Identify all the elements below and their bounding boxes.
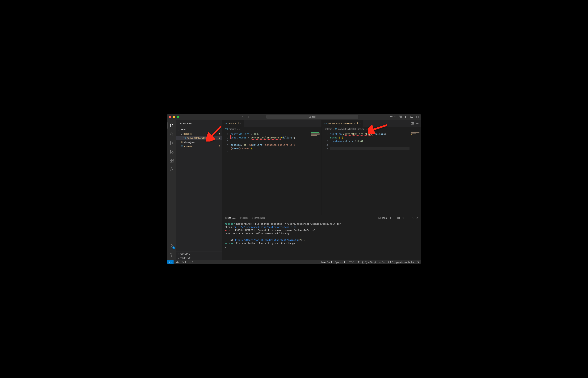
explorer-view-button[interactable] bbox=[167, 122, 176, 129]
language-mode[interactable]: { } TypeScript bbox=[362, 261, 376, 264]
settings-button[interactable] bbox=[167, 251, 176, 259]
close-icon[interactable]: × bbox=[359, 122, 361, 125]
svg-rect-6 bbox=[401, 117, 402, 118]
breadcrumb-item: main.ts bbox=[229, 128, 236, 130]
nav-forward-icon[interactable] bbox=[247, 115, 250, 118]
code-lines[interactable]: const dollars = 100;const euros = conver… bbox=[231, 131, 310, 215]
encoding[interactable]: UTF-8 bbox=[348, 261, 354, 264]
breadcrumb-item: helpers bbox=[325, 128, 332, 130]
tab-convert-dollars[interactable]: TS convertDollarsToEuros.ts 1 × bbox=[322, 120, 363, 127]
split-editor-icon[interactable] bbox=[411, 122, 414, 125]
chevron-right-icon: › bbox=[178, 257, 180, 259]
breadcrumb-right[interactable]: helpers › TS convertDollarsToEuros.ts › … bbox=[322, 127, 421, 131]
file-convert-dollars[interactable]: TS convertDollarsToEuros.ts 1 bbox=[176, 136, 222, 140]
terminal-selector[interactable]: deno bbox=[378, 217, 387, 219]
copilot-icon bbox=[379, 261, 381, 264]
bell-icon[interactable] bbox=[416, 261, 419, 264]
terminal-output[interactable]: Watcher Restarting! File change detected… bbox=[222, 221, 421, 260]
panel-bottom-icon[interactable] bbox=[410, 115, 413, 119]
activity-bar: 1 bbox=[167, 120, 176, 260]
terminal-icon bbox=[378, 217, 381, 219]
tab-modified-count: 1 bbox=[357, 122, 358, 125]
bottom-panel: TERMINAL PORTS COMMENTS deno ⋯ bbox=[222, 215, 421, 260]
nav-back-icon[interactable] bbox=[242, 115, 244, 118]
outline-label: OUTLINE bbox=[180, 253, 190, 255]
chevron-up-icon[interactable] bbox=[411, 217, 414, 219]
deno-status[interactable]: Deno 2.1.6 (Upgrade available) bbox=[379, 261, 414, 264]
close-icon[interactable]: × bbox=[240, 122, 242, 125]
editor-split: TS main.ts 1 × ⋯ TS main.ts › bbox=[222, 120, 421, 215]
chevron-down-icon[interactable] bbox=[393, 217, 395, 219]
panel-right-icon[interactable] bbox=[416, 115, 419, 119]
panel-left-icon[interactable] bbox=[404, 115, 408, 119]
file-main-ts[interactable]: TS main.ts 1 bbox=[176, 144, 222, 148]
svg-rect-3 bbox=[399, 116, 400, 117]
timeline-section[interactable]: › TIMELINE bbox=[176, 256, 222, 260]
panel-tab-ports[interactable]: PORTS bbox=[240, 215, 248, 221]
breadcrumb-left[interactable]: TS main.ts › ... bbox=[222, 127, 321, 131]
extensions-view-button[interactable] bbox=[167, 157, 176, 164]
minimap[interactable] bbox=[310, 131, 321, 215]
window-close-button[interactable] bbox=[169, 116, 171, 118]
more-icon[interactable]: ⋯ bbox=[317, 122, 319, 125]
sidebar-more-icon[interactable]: ⋯ bbox=[216, 122, 220, 125]
tree-root[interactable]: ⌄ TEST bbox=[176, 127, 222, 132]
modified-count: 1 bbox=[219, 136, 220, 139]
more-icon[interactable]: ⋯ bbox=[416, 122, 419, 125]
timeline-label: TIMELINE bbox=[180, 257, 190, 259]
problems-indicator[interactable]: 1 1 bbox=[176, 261, 186, 264]
svg-rect-26 bbox=[378, 217, 380, 219]
testing-view-button[interactable] bbox=[167, 165, 176, 173]
code-area-right[interactable]: 1234 function convertDollarsToEuros(doll… bbox=[322, 131, 421, 215]
extensions-icon bbox=[169, 158, 174, 163]
layout-customize-icon[interactable] bbox=[399, 115, 402, 119]
svg-rect-20 bbox=[170, 161, 172, 162]
panel-tab-terminal[interactable]: TERMINAL bbox=[225, 215, 236, 221]
more-icon[interactable]: ⋯ bbox=[407, 217, 409, 219]
window-maximize-button[interactable] bbox=[177, 116, 179, 118]
tab-main-ts[interactable]: TS main.ts 1 × bbox=[222, 120, 244, 127]
search-icon bbox=[169, 132, 174, 136]
svg-point-17 bbox=[172, 152, 173, 153]
editor-region: TS main.ts 1 × ⋯ TS main.ts › bbox=[222, 120, 421, 260]
code-lines[interactable]: function convertDollarsToEuros(dollars: … bbox=[330, 131, 410, 215]
sidebar: EXPLORER ⋯ ⌄ TEST ⌄ helpers ● TS bbox=[176, 120, 222, 260]
svg-rect-8 bbox=[405, 116, 406, 118]
copilot-icon[interactable] bbox=[390, 115, 393, 119]
git-icon bbox=[169, 141, 174, 145]
account-button[interactable]: 1 bbox=[167, 242, 176, 250]
debug-view-button[interactable] bbox=[167, 148, 176, 156]
error-count: 1 bbox=[179, 261, 181, 264]
code-area-left[interactable]: 12345 const dollars = 100;const euros = … bbox=[222, 131, 321, 215]
scm-view-button[interactable] bbox=[167, 139, 176, 147]
indentation[interactable]: Spaces: 4 bbox=[335, 261, 345, 264]
outline-section[interactable]: › OUTLINE bbox=[176, 252, 222, 256]
window-minimize-button[interactable] bbox=[173, 116, 175, 118]
chevron-down-icon[interactable] bbox=[394, 115, 396, 119]
trash-icon[interactable] bbox=[402, 217, 405, 219]
tabbar-left: TS main.ts 1 × ⋯ bbox=[222, 120, 321, 127]
tab-label: convertDollarsToEuros.ts bbox=[328, 122, 356, 125]
command-center[interactable]: test bbox=[267, 115, 358, 119]
traffic-lights bbox=[169, 116, 179, 118]
file-deno-json[interactable]: {} deno.json bbox=[176, 140, 222, 144]
editor-pane-right: TS convertDollarsToEuros.ts 1 × ⋯ helper… bbox=[322, 120, 421, 215]
svg-rect-4 bbox=[401, 116, 402, 117]
search-view-button[interactable] bbox=[167, 130, 176, 138]
split-terminal-icon[interactable] bbox=[397, 217, 400, 219]
close-icon[interactable]: × bbox=[416, 216, 418, 220]
language-label: TypeScript bbox=[365, 261, 376, 264]
remote-indicator[interactable] bbox=[167, 260, 173, 264]
folder-helpers[interactable]: ⌄ helpers ● bbox=[176, 132, 222, 136]
chevron-right-icon: › bbox=[364, 128, 365, 130]
new-terminal-icon[interactable] bbox=[389, 217, 392, 219]
chevron-right-icon: › bbox=[178, 253, 180, 255]
svg-point-30 bbox=[190, 262, 190, 262]
panel-tab-comments[interactable]: COMMENTS bbox=[252, 215, 265, 221]
eol[interactable]: LF bbox=[357, 261, 359, 264]
editor-pane-left: TS main.ts 1 × ⋯ TS main.ts › bbox=[222, 120, 322, 215]
ports-indicator[interactable]: 0 bbox=[189, 261, 193, 264]
minimap[interactable] bbox=[410, 131, 421, 215]
cursor-position[interactable]: Ln 4, Col 1 bbox=[321, 261, 332, 264]
tab-modified-count: 1 bbox=[238, 122, 239, 125]
